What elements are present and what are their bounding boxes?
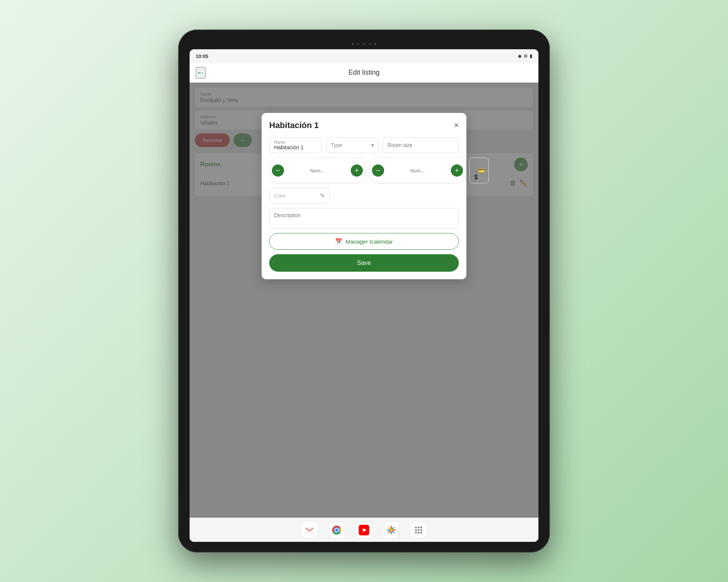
icalendar-row: 📅 Manager Icalendar (269, 233, 459, 250)
sync-icon: ⊙ (524, 53, 527, 59)
dock-youtube[interactable] (356, 522, 372, 538)
svg-point-9 (418, 526, 420, 528)
bottom-dock (190, 518, 538, 542)
status-time: 10:05 (196, 53, 208, 59)
location-icon: ◈ (518, 53, 521, 59)
modal-overlay: Habitación 1 × Name Type ▾ (190, 83, 538, 518)
description-input[interactable] (269, 208, 459, 228)
modal-dialog: Habitación 1 × Name Type ▾ (262, 113, 466, 279)
modal-name-input[interactable] (274, 144, 317, 150)
modal-row-4 (269, 208, 459, 228)
price-input[interactable] (479, 174, 484, 180)
svg-point-12 (418, 529, 420, 531)
modal-title: Habitación 1 (269, 120, 319, 130)
price-field[interactable]: Price per night $ 💳 (469, 158, 489, 183)
type-label: Type (331, 142, 342, 148)
back-button[interactable]: ← (196, 67, 206, 78)
dock-photos[interactable] (383, 522, 400, 538)
stepper-2-plus[interactable]: + (451, 164, 463, 177)
icalendar-label: Manager Icalendar (345, 238, 393, 245)
svg-point-13 (420, 529, 422, 531)
edit-color-icon[interactable]: ✎ (320, 192, 325, 199)
svg-point-16 (420, 532, 422, 534)
icalendar-button[interactable]: 📅 Manager Icalendar (269, 233, 459, 250)
svg-point-10 (420, 526, 422, 528)
color-label: Color (274, 193, 286, 199)
price-field-inner: $ (474, 174, 484, 181)
svg-point-15 (418, 532, 420, 534)
screen-content: Name Enriquito y Yeny Address Viñales Re… (190, 83, 538, 518)
modal-row-3: Color ✎ (269, 188, 459, 203)
stepper-1-minus[interactable]: − (272, 164, 284, 177)
modal-header: Habitación 1 × (269, 120, 459, 130)
svg-point-14 (415, 532, 417, 534)
credit-card-icon: 💳 (478, 167, 485, 174)
color-field[interactable]: Color ✎ (269, 188, 330, 203)
stepper-2-minus[interactable]: − (372, 164, 384, 177)
svg-point-11 (415, 529, 417, 531)
modal-row-1: Name Type ▾ (269, 137, 459, 153)
dock-chrome[interactable] (328, 522, 345, 538)
calendar-icon: 📅 (335, 238, 342, 245)
battery-icon: ▮ (530, 53, 532, 59)
svg-point-4 (335, 529, 338, 532)
app-bar-title: Edit listing (348, 69, 380, 77)
modal-row-2: − + − + Price per night (269, 158, 459, 183)
type-select[interactable]: Type ▾ (326, 137, 379, 153)
dock-gmail[interactable] (301, 522, 318, 538)
dock-apps[interactable] (410, 522, 427, 538)
chevron-down-icon: ▾ (371, 142, 374, 148)
save-button[interactable]: Save (269, 254, 459, 272)
stepper-2-input[interactable] (386, 168, 449, 174)
stepper-1-plus[interactable]: + (351, 164, 363, 177)
svg-point-8 (415, 526, 417, 528)
status-icons: ◈ ⊙ ▮ (518, 53, 532, 59)
stepper-1: − + (269, 158, 366, 183)
room-size-input[interactable] (383, 137, 459, 153)
price-prefix: $ (474, 174, 478, 181)
stepper-2: − + (369, 158, 466, 183)
modal-close-button[interactable]: × (454, 120, 459, 130)
stepper-1-input[interactable] (286, 168, 349, 174)
status-bar: 10:05 ◈ ⊙ ▮ (190, 49, 538, 63)
modal-name-field[interactable]: Name (269, 137, 322, 153)
app-bar: ← Edit listing (190, 63, 538, 83)
modal-name-label: Name (274, 140, 317, 144)
